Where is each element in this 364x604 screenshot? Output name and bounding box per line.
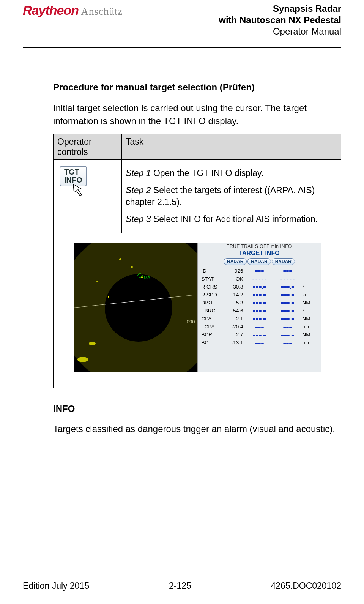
info-row-val1: -13.1 [223,339,246,347]
info-row-val3: - - - - - [274,275,302,283]
target-info-row: DIST5.3===.====.=NM [202,299,318,307]
info-row-val3: ===.= [274,291,302,299]
step-3: Step 3 Select INFO for Additional AIS in… [126,213,337,225]
info-row-val2: ===.= [246,291,274,299]
info-row-unit: min [302,339,315,347]
info-row-val2: ===.= [246,283,274,291]
logo-raytheon: Raytheon [23,3,79,18]
info-row-val1: 14.2 [223,291,246,299]
info-row-val1: 5.3 [223,299,246,307]
target-info-row: CPA2.1===.====.=NM [202,315,318,323]
info-row-val2: ===.= [246,299,274,307]
info-row-val3: === [274,267,302,275]
radar-tab-1[interactable]: RADAR [224,258,247,265]
info-row-val1: OK [223,275,246,283]
info-row-unit: min [302,323,315,331]
target-info-row: R CRS30.8===.====.=° [202,283,318,291]
radar-echo-icon [96,281,98,282]
col-header-operator-controls: Operator controls [54,134,122,160]
info-subheading: INFO [53,404,341,414]
target-info-row: STATOK- - - - -- - - - - [202,275,318,283]
info-row-label: TBRG [202,307,223,315]
cursor-arrow-icon [71,182,131,201]
info-row-val1: -20.4 [223,323,246,331]
info-row-label: TCPA [202,323,223,331]
step-2: Step 2 Select the targets of interest ((… [126,185,337,208]
screenshot-cell: 926 090 TRUE TRAILS OFF min INFO TARGET … [54,233,341,388]
info-row-val1: 30.8 [223,283,246,291]
radar-tab-3[interactable]: RADAR [272,258,295,265]
info-row-unit [302,267,315,275]
radar-echo-icon [141,276,143,278]
doc-title-line-2: with Nautoscan NX Pedestal [219,14,341,26]
task-cell: Step 1 Open the TGT INFO display. Step 2… [122,160,341,233]
info-row-val2: === [246,339,274,347]
step-3-label: Step 3 [126,214,151,224]
info-row-val3: === [274,339,302,347]
section-intro: Initial target selection is carried out … [53,102,341,127]
info-row-label: R CRS [202,283,223,291]
target-info-grid: ID926======STATOK- - - - -- - - - -R CRS… [198,267,321,347]
logo-anschutz: Anschütz [81,5,123,17]
tracked-target-marker-icon [137,273,142,278]
radar-echo-icon [89,342,96,345]
info-row-label: CPA [202,315,223,323]
info-row-unit: ° [302,307,315,315]
target-info-row: BCT-13.1======min [202,339,318,347]
info-row-val2: - - - - - [246,275,274,283]
doc-title-line-1: Synapsis Radar [219,3,341,14]
radar-screenshot: 926 090 TRUE TRAILS OFF min INFO TARGET … [74,243,321,372]
target-info-row: ID926====== [202,267,318,275]
info-row-val2: ===.= [246,315,274,323]
info-row-val1: 2.1 [223,315,246,323]
brand-logo: Raytheon Anschütz [23,3,123,18]
target-info-panel: TRUE TRAILS OFF min INFO TARGET INFO RAD… [197,243,321,372]
procedure-table: Operator controls Task TGT INFO [53,134,341,388]
radar-echo-icon [108,296,109,298]
radar-echo-icon [119,258,121,260]
info-row-unit: NM [302,331,315,339]
section-heading: Procedure for manual target selection (P… [53,82,341,93]
info-row-unit: ° [302,283,315,291]
info-paragraph: Targets classified as dangerous trigger … [53,423,341,435]
info-row-val2: ===.= [246,307,274,315]
doc-title-line-3: Operator Manual [219,26,341,37]
step-1-text: Open the TGT INFO display. [151,168,264,178]
info-row-val3: ===.= [274,299,302,307]
target-info-row: R SPD14.2===.====.=kn [202,291,318,299]
info-row-label: R SPD [202,291,223,299]
info-top-strip: TRUE TRAILS OFF min INFO [198,243,321,249]
step-1-label: Step 1 [126,168,151,178]
document-title-block: Synapsis Radar with Nautoscan NX Pedesta… [219,3,341,37]
info-row-val3: ===.= [274,315,302,323]
info-row-val1: 2.7 [223,331,246,339]
radar-echo-icon [77,357,88,362]
info-row-unit [302,275,315,283]
info-row-val3: === [274,323,302,331]
target-info-title: TARGET INFO [198,249,321,258]
info-row-label: BCR [202,331,223,339]
info-row-val2: === [246,267,274,275]
footer-edition: Edition July 2015 [23,581,89,591]
info-row-val2: === [246,323,274,331]
footer-docnum: 4265.DOC020102 [271,581,341,591]
info-row-val3: ===.= [274,331,302,339]
info-row-unit: NM [302,315,315,323]
step-3-text: Select INFO for Additional AIS informati… [151,214,318,224]
col-header-task: Task [122,134,341,160]
info-row-unit: kn [302,291,315,299]
operator-controls-cell: TGT INFO [54,160,122,233]
radar-tab-2[interactable]: RADAR [247,258,271,265]
info-row-val2: ===.= [246,331,274,339]
page-footer: Edition July 2015 2-125 4265.DOC020102 [23,579,341,591]
radar-source-tabs: RADAR RADAR RADAR [198,258,321,267]
info-row-label: ID [202,267,223,275]
info-row-val3: ===.= [274,307,302,315]
info-row-label: BCT [202,339,223,347]
info-row-label: STAT [202,275,223,283]
target-info-row: TCPA-20.4======min [202,323,318,331]
target-info-row: TBRG54.6===.====.=° [202,307,318,315]
footer-page-number: 2-125 [169,581,191,591]
step-1: Step 1 Open the TGT INFO display. [126,167,337,179]
radar-echo-icon [131,266,133,268]
